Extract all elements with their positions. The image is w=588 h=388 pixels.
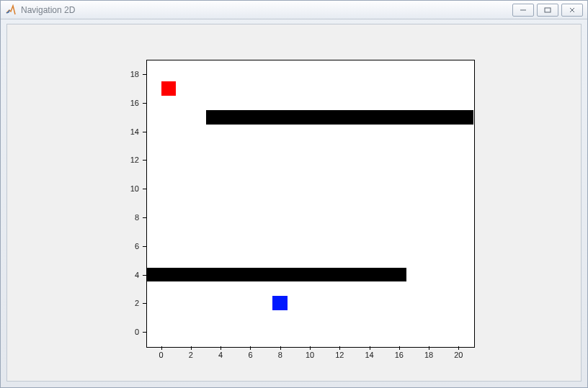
y-tick (143, 246, 146, 247)
x-tick (429, 346, 429, 350)
x-tick (191, 346, 192, 350)
y-tick (143, 217, 146, 218)
y-tick-label: 12 (130, 155, 139, 164)
y-tick-label: 2 (135, 299, 139, 307)
app-window: Navigation 2D 02468101214161820024681012… (0, 0, 588, 388)
goal-marker (161, 81, 177, 96)
x-tick (161, 346, 162, 350)
y-tick (143, 74, 146, 75)
close-button[interactable] (561, 4, 583, 17)
y-tick-label: 18 (130, 70, 139, 78)
x-tick-label: 14 (365, 351, 373, 359)
y-tick (143, 160, 146, 161)
x-tick (250, 346, 251, 350)
plot-area[interactable] (146, 60, 475, 348)
x-tick-label: 10 (306, 351, 314, 359)
x-tick-label: 20 (454, 351, 463, 359)
matlab-icon (5, 4, 17, 16)
y-tick-label: 14 (130, 127, 139, 136)
x-tick (370, 346, 370, 350)
y-tick-label: 10 (130, 184, 139, 193)
agent-marker (272, 296, 288, 310)
obstacle-bottom (146, 268, 406, 282)
minimize-button[interactable] (512, 4, 534, 17)
y-tick (143, 303, 146, 304)
window-title: Navigation 2D (21, 5, 75, 15)
x-tick (399, 346, 400, 350)
y-tick (143, 132, 146, 132)
x-tick-label: 8 (278, 351, 282, 359)
x-tick-label: 16 (395, 351, 404, 359)
titlebar[interactable]: Navigation 2D (1, 1, 587, 19)
x-tick (339, 346, 340, 350)
x-tick-label: 12 (335, 351, 344, 359)
x-tick-label: 2 (189, 351, 193, 359)
y-tick-label: 0 (135, 328, 139, 336)
y-tick (143, 332, 146, 333)
x-tick-label: 4 (218, 351, 223, 359)
y-tick-label: 4 (135, 271, 139, 279)
obstacle-top (206, 110, 473, 125)
x-tick (220, 346, 221, 350)
x-tick-label: 6 (248, 351, 252, 359)
y-tick (143, 103, 146, 104)
figure-client-area: 02468101214161820024681012141618 (6, 24, 582, 382)
maximize-button[interactable] (537, 4, 558, 17)
axes-figure: 02468101214161820024681012141618 (7, 24, 581, 381)
x-tick-label: 18 (424, 351, 433, 359)
y-tick (143, 189, 146, 189)
x-tick (280, 346, 281, 350)
y-tick-label: 6 (135, 242, 139, 251)
x-tick-label: 0 (159, 351, 164, 359)
svg-rect-1 (545, 8, 551, 12)
y-tick-label: 8 (135, 213, 139, 222)
x-tick (310, 346, 311, 350)
x-tick (458, 346, 459, 350)
y-tick-label: 16 (130, 99, 139, 107)
